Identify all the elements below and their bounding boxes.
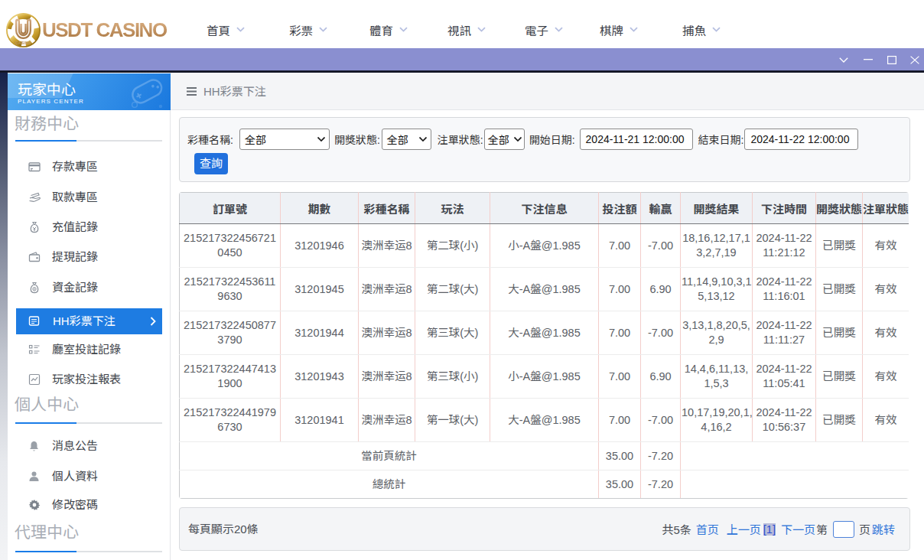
svg-text:CASINO: CASINO xyxy=(15,41,31,45)
